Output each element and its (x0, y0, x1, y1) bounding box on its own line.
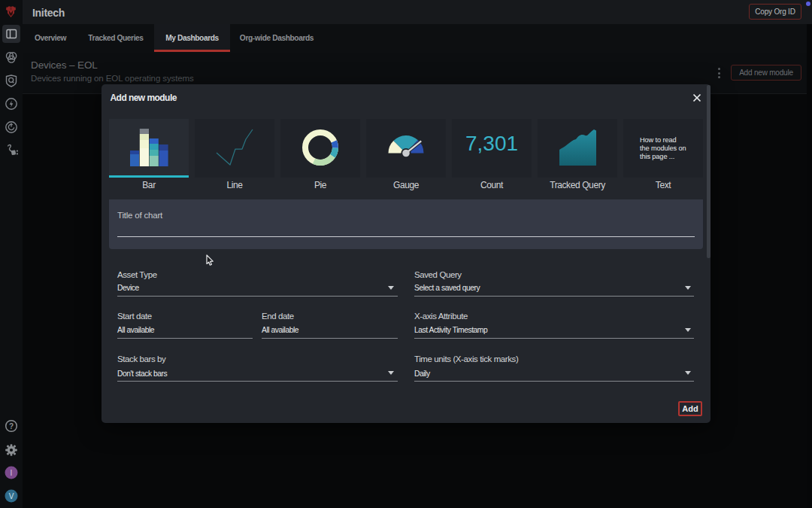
svg-text:I: I (11, 469, 13, 477)
svg-text:?: ? (9, 422, 14, 430)
svg-text:the modules on: the modules on (640, 144, 686, 152)
svg-text:How to read: How to read (640, 136, 676, 144)
svg-text:this page ...: this page ... (640, 153, 674, 160)
svg-text:7,301: 7,301 (465, 132, 518, 155)
svg-text:V: V (9, 492, 14, 500)
